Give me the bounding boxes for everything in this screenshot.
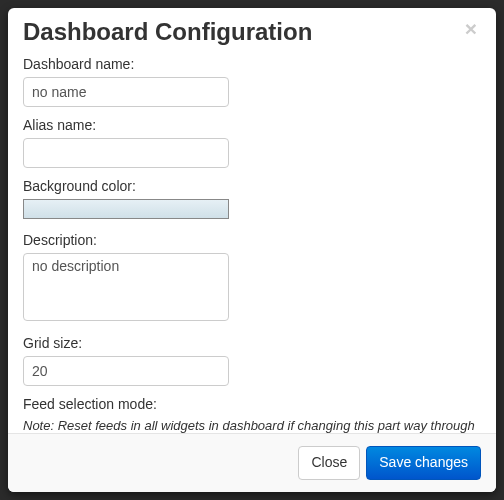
grid-size-input[interactable] xyxy=(23,356,229,386)
modal-title: Dashboard Configuration xyxy=(23,18,312,47)
alias-name-group: Alias name: xyxy=(23,117,481,168)
close-icon[interactable]: × xyxy=(461,18,481,39)
modal-body: Dashboard name: Alias name: Background c… xyxy=(8,56,496,434)
dashboard-name-group: Dashboard name: xyxy=(23,56,481,107)
save-changes-button[interactable]: Save changes xyxy=(366,446,481,480)
alias-name-label: Alias name: xyxy=(23,117,481,133)
modal-footer: Close Save changes xyxy=(8,433,496,492)
background-color-picker[interactable] xyxy=(23,199,229,219)
feed-selection-note: Note: Reset feeds in all widgets in dash… xyxy=(23,417,481,434)
dashboard-name-input[interactable] xyxy=(23,77,229,107)
description-label: Description: xyxy=(23,232,481,248)
grid-size-label: Grid size: xyxy=(23,335,481,351)
background-color-label: Background color: xyxy=(23,178,481,194)
alias-name-input[interactable] xyxy=(23,138,229,168)
feed-selection-group: Feed selection mode: Note: Reset feeds i… xyxy=(23,396,481,434)
dashboard-config-modal: Dashboard Configuration × Dashboard name… xyxy=(8,8,496,492)
modal-header: Dashboard Configuration × xyxy=(8,8,496,56)
description-group: Description: no description xyxy=(23,232,481,325)
background-color-group: Background color: xyxy=(23,178,481,222)
dashboard-name-label: Dashboard name: xyxy=(23,56,481,72)
description-textarea[interactable]: no description xyxy=(23,253,229,321)
grid-size-group: Grid size: xyxy=(23,335,481,386)
feed-selection-label: Feed selection mode: xyxy=(23,396,481,412)
close-button[interactable]: Close xyxy=(298,446,360,480)
